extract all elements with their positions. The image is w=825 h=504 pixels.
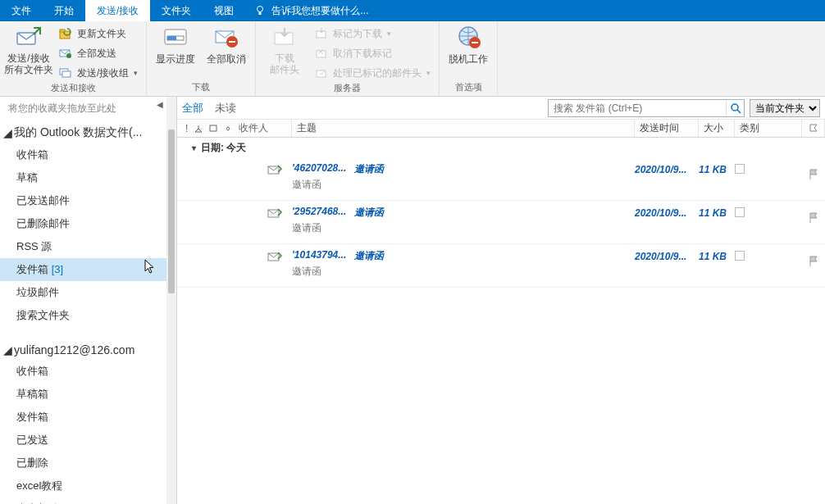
refresh-folder-icon — [59, 27, 72, 40]
folder-excel-2[interactable]: excel教程 — [0, 474, 166, 497]
mail-row[interactable]: '29527468...邀请函邀请函2020/10/9...11 KB — [177, 201, 825, 244]
svg-rect-21 — [472, 42, 478, 43]
tell-me-label: 告诉我您想要做什么... — [271, 4, 368, 18]
send-receive-all-button[interactable]: 发送/接收 所有文件夹 — [5, 23, 52, 75]
search-icon[interactable] — [726, 100, 744, 116]
category-box[interactable] — [735, 164, 745, 174]
nav-scrollbar[interactable] — [166, 97, 176, 504]
send-receive-groups-label: 发送/接收组 — [77, 66, 129, 80]
search-scope-select[interactable]: 当前文件夹 — [750, 99, 820, 117]
folder-outbox-1[interactable]: 发件箱 [3] — [0, 258, 166, 281]
flag-icon[interactable] — [809, 212, 818, 224]
update-folder-label: 更新文件夹 — [77, 27, 126, 41]
filter-unread[interactable]: 未读 — [215, 101, 236, 116]
tab-home[interactable]: 开始 — [43, 0, 85, 21]
svg-line-23 — [737, 110, 741, 113]
col-category[interactable]: 类别 — [735, 120, 802, 137]
work-offline-label: 脱机工作 — [449, 52, 488, 66]
account-2-label: yulifang1212@126.com — [14, 343, 134, 356]
ribbon-tabs: 文件 开始 发送/接收 文件夹 视图 告诉我您想要做什么... — [0, 0, 825, 21]
tab-file[interactable]: 文件 — [0, 0, 43, 21]
search-input[interactable] — [549, 102, 726, 114]
send-all-button[interactable]: 全部发送 — [56, 44, 141, 62]
tab-send-receive[interactable]: 发送/接收 — [85, 0, 150, 21]
svg-rect-24 — [210, 125, 217, 131]
folder-deleted-2[interactable]: 已删除 — [0, 452, 166, 474]
date-group-today[interactable]: ▾ 日期: 今天 — [177, 138, 825, 157]
outbox-count: [3] — [52, 263, 63, 275]
group-preferences: 脱机工作 首选项 — [440, 21, 498, 96]
update-folder-button[interactable]: 更新文件夹 — [56, 25, 141, 43]
folder-deleted-1[interactable]: 已删除邮件 — [0, 212, 166, 235]
show-progress-button[interactable]: 显示进度 — [152, 23, 199, 66]
column-headers: ! 收件人 主题 发送时间 大小 类别 — [177, 120, 825, 138]
download-headers-button: 下载 邮件头 — [261, 23, 308, 75]
account-1-label: 我的 Outlook 数据文件(... — [14, 125, 142, 140]
group-server: 下载 邮件头 标记为下载 ▾ 取消下载标记 处理已标记的邮件头 ▾ — [256, 21, 440, 96]
mail-sent-time: 2020/10/9... — [635, 162, 699, 175]
groups-icon — [59, 66, 72, 79]
folder-inbox-2[interactable]: 收件箱 — [0, 360, 166, 383]
tell-me-search[interactable]: 告诉我您想要做什么... — [245, 0, 376, 21]
cancel-icon — [213, 25, 239, 51]
icon-icon — [209, 125, 217, 133]
mail-recipient: '10143794... — [292, 249, 346, 263]
folder-virus-2[interactable]: 病毒邮件 — [0, 497, 166, 504]
mark-download-button: 标记为下载 ▾ — [312, 25, 434, 43]
filter-all[interactable]: 全部 — [182, 101, 203, 116]
collapse-pane-icon[interactable]: ◀ — [157, 100, 163, 109]
account-header-1[interactable]: ◢ 我的 Outlook 数据文件(... — [0, 120, 166, 143]
folder-drafts-1[interactable]: 草稿 — [0, 166, 166, 189]
folder-outbox-label: 发件箱 — [16, 263, 48, 275]
cancel-all-button[interactable]: 全部取消 — [203, 23, 250, 66]
folder-search-1[interactable]: 搜索文件夹 — [0, 304, 166, 327]
outgoing-mail-icon — [267, 251, 282, 262]
folder-sent-2[interactable]: 已发送 — [0, 429, 166, 452]
chevron-down-icon: ▾ — [192, 143, 196, 152]
send-receive-groups-button[interactable]: 发送/接收组 ▾ — [56, 64, 141, 82]
chevron-down-icon: ◢ — [3, 126, 12, 139]
category-box[interactable] — [735, 207, 745, 217]
download-headers-icon — [271, 25, 298, 51]
mail-sent-time: 2020/10/9... — [635, 206, 699, 219]
work-offline-button[interactable]: 脱机工作 — [444, 23, 492, 66]
col-flag[interactable] — [802, 120, 825, 137]
importance-icon: ! — [185, 123, 188, 134]
folder-drafts-2[interactable]: 草稿箱 — [0, 383, 166, 406]
folder-outbox-2[interactable]: 发件箱 — [0, 406, 166, 429]
tab-view[interactable]: 视图 — [203, 0, 245, 21]
scrollbar-thumb[interactable] — [168, 129, 175, 293]
folder-inbox-1[interactable]: 收件箱 — [0, 143, 166, 166]
flag-icon[interactable] — [809, 169, 818, 180]
col-icons[interactable]: ! 收件人 — [177, 120, 292, 137]
group-server-label: 服务器 — [261, 82, 434, 96]
mail-row[interactable]: '10143794...邀请函邀请函2020/10/9...11 KB — [177, 244, 825, 288]
process-marked-button: 处理已标记的邮件头 ▾ — [312, 64, 434, 82]
category-box[interactable] — [735, 251, 745, 261]
dropdown-icon: ▾ — [426, 69, 431, 77]
folder-sent-1[interactable]: 已发送邮件 — [0, 189, 166, 212]
unmark-download-label: 取消下载标记 — [333, 47, 392, 61]
search-box[interactable] — [548, 99, 745, 117]
ribbon: 发送/接收 所有文件夹 更新文件夹 全部发送 发送/接收组 ▾ 发送和接收 — [0, 21, 825, 97]
outgoing-mail-icon — [267, 207, 282, 219]
col-sent[interactable]: 发送时间 — [635, 120, 699, 137]
favorites-hint: 将您的收藏夹拖放至此处 — [0, 97, 166, 120]
group-download-label: 下载 — [152, 81, 250, 96]
group-send-receive-label: 发送和接收 — [5, 82, 141, 96]
group-download: 显示进度 全部取消 下载 — [147, 21, 256, 96]
svg-point-6 — [66, 53, 71, 58]
mail-subject: 邀请函 — [354, 162, 384, 176]
mark-download-label: 标记为下载 — [333, 27, 382, 41]
folder-rss-1[interactable]: RSS 源 — [0, 235, 166, 258]
col-subject[interactable]: 主题 — [292, 120, 635, 137]
folder-junk-1[interactable]: 垃圾邮件 — [0, 281, 166, 304]
col-size[interactable]: 大小 — [699, 120, 735, 137]
tab-folder[interactable]: 文件夹 — [150, 0, 203, 21]
group-today-label: 日期: 今天 — [201, 141, 246, 155]
account-header-2[interactable]: ◢ yulifang1212@126.com — [0, 338, 166, 360]
flag-icon[interactable] — [809, 256, 818, 267]
mail-row[interactable]: '46207028...邀请函邀请函2020/10/9...11 KB — [177, 157, 825, 201]
svg-rect-1 — [259, 12, 262, 15]
svg-point-22 — [732, 104, 738, 111]
